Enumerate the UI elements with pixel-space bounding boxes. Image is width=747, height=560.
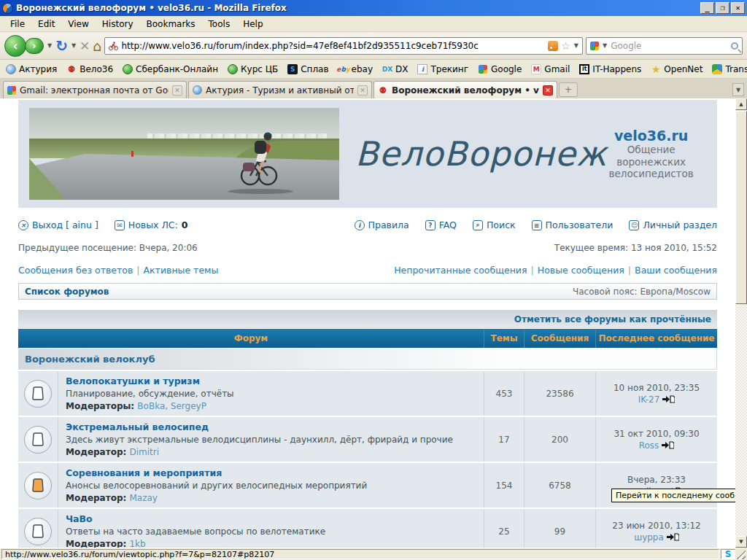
forum-icon-unread	[24, 472, 52, 499]
tab-close-icon[interactable]: ✕	[172, 85, 182, 96]
forum-title-link[interactable]: Экстремальный велосипед	[66, 421, 479, 432]
forward-button[interactable]: ›	[25, 38, 44, 54]
goto-last-post-icon[interactable]	[662, 395, 675, 403]
moderator-link[interactable]: Mazay	[129, 493, 157, 503]
reload-dropdown-icon[interactable]: ▼	[71, 42, 77, 49]
reload-button[interactable]: ↻	[55, 39, 68, 53]
menu-history[interactable]: History	[96, 18, 139, 31]
bookmark-dx[interactable]: DXDX	[382, 64, 408, 74]
bookmark-sberbank[interactable]: Сбербанк-Онлайн	[123, 64, 218, 74]
header-lastpost: Последнее сообщение	[595, 329, 717, 348]
table-header-row: Форум Темы Сообщения Последнее сообщение	[18, 329, 717, 348]
unanswered-link[interactable]: Сообщения без ответов	[18, 265, 133, 276]
tab-veloforum-active[interactable]: ⚉ Воронежский велофорум • velo... ✕	[374, 81, 557, 98]
scroll-up-icon[interactable]: ▲	[735, 98, 747, 110]
photo-shadow	[228, 189, 293, 194]
tooltip: Перейти к последнему сообщению	[611, 489, 735, 502]
history-dropdown-icon[interactable]: ▼	[47, 42, 53, 49]
search-input[interactable]: Google	[611, 41, 728, 51]
tab-gmail[interactable]: Gmail: электронная почта от Google ✕	[3, 81, 187, 98]
vertical-scrollbar[interactable]: ▲ ▼	[735, 98, 747, 548]
resize-grip[interactable]	[737, 549, 746, 559]
moderator-link[interactable]: 1kb	[129, 539, 145, 548]
new-posts-link[interactable]: Новые сообщения	[538, 265, 624, 276]
close-button[interactable]: ✕	[731, 2, 745, 14]
ucp-link[interactable]: ☺Личный раздел	[629, 219, 717, 230]
menu-bookmarks[interactable]: Bookmarks	[141, 18, 201, 31]
menu-file[interactable]: File	[4, 18, 31, 31]
forum-icon	[24, 518, 52, 545]
members-link[interactable]: ≡Пользователи	[532, 219, 614, 230]
bookmark-label: IT-Happens	[592, 64, 641, 74]
forum-description: Здесь живут экстремальные велодисциплины…	[66, 435, 479, 445]
category-link[interactable]: Воронежский велоклуб	[25, 354, 155, 365]
tab-akturia[interactable]: Актурия - Туризм и активный отдых ✕	[188, 81, 372, 98]
navigation-toolbar: ‹ › ▼ ↻ ▼ ✕ ⌂ http://www.velo36.ru/forum…	[0, 32, 747, 60]
tab-close-icon[interactable]: ✕	[543, 85, 553, 96]
bookmark-google[interactable]: Google	[478, 64, 522, 74]
rules-link[interactable]: iПравила	[355, 219, 409, 230]
restore-button[interactable]: ❐	[716, 2, 729, 14]
banner-title: ВелоВоронеж	[355, 134, 607, 174]
posts-count: 23586	[524, 371, 595, 416]
pm-link[interactable]: ✉Новых ЛС:0	[115, 219, 188, 230]
back-button[interactable]: ‹	[4, 35, 26, 57]
bookmark-ebay[interactable]: ebyebay	[338, 64, 373, 74]
forum-title-link[interactable]: Соревнования и мероприятия	[66, 467, 479, 478]
scroll-down-icon[interactable]: ▼	[735, 536, 747, 548]
bookmark-treking[interactable]: iТрекинг	[417, 64, 468, 74]
stop-button[interactable]: ✕	[80, 39, 90, 53]
bookmark-translate[interactable]: Translate.ru	[712, 64, 747, 74]
your-posts-link[interactable]: Ваши сообщения	[635, 265, 717, 276]
forum-title-link[interactable]: Велопокатушки и туризм	[66, 376, 479, 386]
search-link[interactable]: ⌕Поиск	[473, 219, 516, 230]
new-tab-button[interactable]: +	[559, 82, 578, 97]
goto-last-post-icon[interactable]	[667, 533, 679, 541]
bookmark-akturia[interactable]: Актурия	[6, 64, 57, 74]
scrollbar-thumb[interactable]	[735, 111, 747, 304]
bookmark-star-icon[interactable]: ☆	[561, 40, 570, 52]
status-bar: http://www.velo36.ru/forum/viewtopic.php…	[0, 548, 747, 560]
cbr-icon	[228, 64, 238, 74]
last-post-user-link[interactable]: Ross	[639, 440, 659, 451]
menu-edit[interactable]: Edit	[32, 18, 61, 31]
address-bar[interactable]: http://www.velo36.ru/forum/index.php?sid…	[104, 37, 583, 55]
last-post-user-link[interactable]: шурра	[634, 532, 664, 542]
unread-posts-link[interactable]: Непрочитанные сообщения	[394, 265, 527, 276]
home-button[interactable]: ⌂	[93, 38, 101, 54]
tab-close-icon[interactable]: ✕	[357, 85, 368, 96]
menu-help[interactable]: Help	[237, 18, 268, 31]
forum-title-link[interactable]: ЧаВо	[66, 513, 479, 524]
rss-feed-icon[interactable]	[548, 41, 558, 51]
menu-tools[interactable]: Tools	[203, 18, 236, 31]
bookmark-gmail[interactable]: MGmail	[531, 64, 570, 74]
minimize-button[interactable]: _	[700, 2, 714, 14]
url-text[interactable]: http://www.velo36.ru/forum/index.php?sid…	[121, 41, 545, 51]
board-index-link[interactable]: Список форумов	[25, 287, 109, 297]
menu-view[interactable]: View	[62, 18, 94, 31]
logout-link[interactable]: ×Выход [ ainu ]	[18, 219, 98, 230]
bookmark-opennet[interactable]: ★OpenNet	[651, 64, 703, 74]
window-titlebar: Воронежский велофорум • velo36.ru - Mozi…	[0, 0, 747, 16]
moderator-link[interactable]: Dimitri	[129, 447, 159, 457]
last-post-user-link[interactable]: IK-27	[638, 394, 660, 405]
active-topics-link[interactable]: Активные темы	[144, 265, 219, 276]
search-go-icon[interactable]	[731, 42, 738, 50]
engine-dropdown-icon[interactable]: ▼	[602, 42, 608, 49]
bookmark-kurs-cb[interactable]: Курс ЦБ	[228, 64, 278, 74]
bookmark-it-happens[interactable]: itIT-Happens	[579, 64, 641, 74]
goto-last-post-icon[interactable]	[662, 441, 674, 449]
cyclist-photo-figure	[234, 125, 279, 187]
faq-link[interactable]: ?FAQ	[425, 219, 457, 230]
moderator-link[interactable]: BoBka, SergeyP	[137, 401, 206, 411]
skype-extension-icon[interactable]: S	[721, 549, 735, 559]
mark-forums-read-link[interactable]: Отметить все форумы как прочтённые	[514, 314, 711, 324]
bookmark-label: Курс ЦБ	[241, 64, 278, 74]
list-all-tabs-icon[interactable]: ▼	[732, 83, 744, 96]
search-bar[interactable]: ▼ Google	[586, 37, 743, 55]
bookmark-splav[interactable]: SСплав	[287, 64, 328, 74]
google-engine-icon[interactable]	[590, 42, 599, 50]
forum-moderators: Модератор: Mazay	[66, 493, 479, 503]
bookmark-velo36[interactable]: ⚉Вело36	[66, 64, 113, 74]
url-dropdown-icon[interactable]: ▼	[573, 42, 579, 49]
